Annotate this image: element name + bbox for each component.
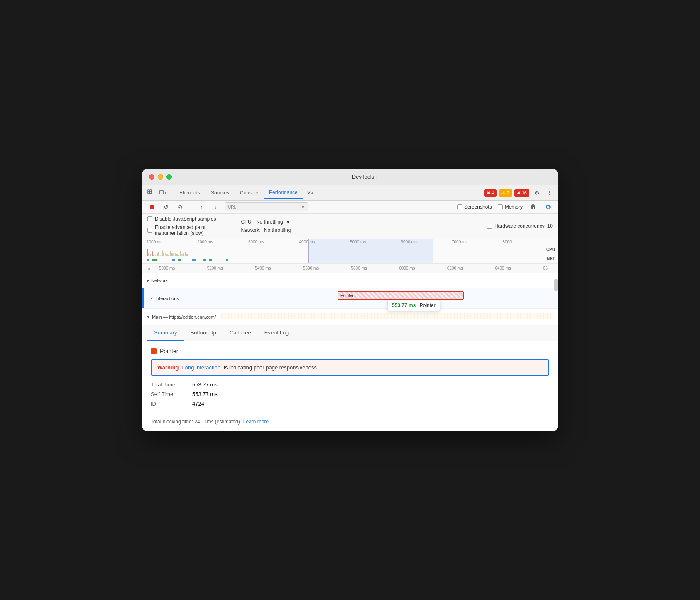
vertical-line-interactions (367, 288, 367, 308)
screenshots-label: Screenshots (464, 204, 492, 210)
learn-more-link[interactable]: Learn more (243, 419, 269, 425)
ruler-tick-5: 5800 ms (351, 266, 399, 270)
gear-button[interactable]: ⚙ (543, 202, 553, 211)
more-options-icon[interactable]: ⋮ (544, 188, 554, 198)
hw-concurrency-checkbox[interactable] (487, 224, 492, 229)
network-value: No throttling (264, 227, 291, 233)
timeline-minimap[interactable]: 1000 ms 2000 ms 3000 ms 4000 ms 5000 ms … (142, 239, 558, 264)
net-label: NET (547, 256, 555, 261)
separator (171, 189, 171, 197)
close-button[interactable] (149, 174, 154, 180)
svg-rect-1 (150, 190, 152, 192)
reload-button[interactable]: ↺ (162, 202, 171, 211)
responsive-icon[interactable] (157, 188, 167, 198)
interaction-tooltip: 553.77 ms Pointer (387, 300, 440, 311)
main-toolbar: Elements Sources Console Performance >> … (142, 185, 558, 201)
screenshots-toggle[interactable]: Screenshots (457, 204, 492, 210)
interaction-bar-label: Pointer (340, 293, 354, 298)
interactions-content: Pointer 553.77 ms Pointer (221, 288, 553, 308)
stat-row-2: ID 4724 (151, 401, 549, 407)
tab-call-tree[interactable]: Call Tree (223, 325, 258, 341)
timeline-ruler: ns 5000 ms 5200 ms 5400 ms 5600 ms 5800 … (142, 264, 558, 273)
interaction-bar[interactable]: Pointer (338, 291, 464, 300)
warning-link[interactable]: Long interaction (182, 364, 221, 371)
stat-value-2: 4724 (192, 401, 204, 407)
network-arrow[interactable]: ▶ (147, 278, 149, 283)
settings-icon[interactable]: ⚙ (532, 188, 542, 198)
enable-paint-checkbox[interactable] (147, 228, 152, 233)
svg-rect-2 (148, 192, 149, 194)
more-tabs-button[interactable]: >> (303, 188, 317, 198)
network-track[interactable]: ▶ Network (142, 273, 558, 288)
hw-concurrency-label: Hardware concurrency (494, 223, 545, 229)
memory-toggle[interactable]: Memory (498, 204, 523, 210)
ruler-tick-8: 6400 ms (495, 266, 543, 270)
nav-tabs: Elements Sources Console Performance >> (174, 187, 317, 199)
tooltip-ms: 553.77 ms (392, 302, 416, 308)
url-bar[interactable]: URL ▼ (225, 202, 308, 211)
tab-console[interactable]: Console (235, 187, 263, 198)
record-button[interactable]: ⏺ (147, 202, 157, 211)
summary-panel: Pointer Warning Long interaction is indi… (142, 341, 558, 431)
error-icon: ✖ (487, 190, 490, 196)
clear-button[interactable]: ⊘ (176, 202, 185, 211)
vertical-line-main (367, 309, 367, 325)
error-badge: ✖ 4 (484, 189, 497, 197)
delete-button[interactable]: 🗑 (529, 202, 538, 211)
download-button[interactable]: ↓ (211, 202, 220, 211)
interactions-arrow[interactable]: ▼ (150, 296, 154, 300)
ruler-tick-6: 6000 ms (399, 266, 447, 270)
error2-count: 16 (522, 190, 527, 195)
window-title: DevTools - (179, 174, 551, 180)
timeline-tracks: ▶ Network ▼ Interactions (142, 273, 558, 325)
memory-checkbox[interactable] (498, 204, 503, 209)
disable-js-label: Disable JavaScript samples (155, 216, 216, 222)
svg-rect-0 (148, 190, 149, 192)
footer-row: Total blocking time: 24.11ms (estimated)… (151, 416, 549, 425)
cursor-icon[interactable] (146, 188, 156, 198)
stats-table: Total Time 553.77 ms Self Time 553.77 ms… (151, 381, 549, 407)
main-track[interactable]: ▼ Main — https://edition.cnn.com/ (142, 309, 558, 325)
tab-sources[interactable]: Sources (206, 187, 234, 198)
main-label: Main — https://edition.cnn.com/ (152, 315, 216, 320)
selected-region[interactable] (308, 239, 433, 263)
vertical-line (367, 273, 367, 288)
warning-count: 2 (507, 190, 509, 195)
upload-button[interactable]: ↑ (197, 202, 206, 211)
network-label: Network (151, 278, 168, 283)
minimize-button[interactable] (158, 174, 163, 180)
main-arrow[interactable]: ▼ (147, 315, 150, 319)
tab-event-log[interactable]: Event Log (258, 325, 296, 341)
warning-icon: ⚠ (502, 190, 506, 196)
main-track-vis (221, 313, 553, 319)
ruler-tick-9: 66 (543, 266, 553, 270)
devtools-window: DevTools - Elements Sou (142, 169, 558, 431)
tab-elements[interactable]: Elements (174, 187, 205, 198)
interactions-label: Interactions (155, 296, 179, 301)
disable-js-checkbox[interactable] (147, 216, 152, 221)
titlebar: DevTools - (142, 169, 558, 185)
toolbar-right: ✖ 4 ⚠ 2 ✖ 16 ⚙ ⋮ (484, 188, 555, 198)
interactions-track[interactable]: ▼ Interactions Pointer 553.77 ms Pointer (142, 288, 558, 309)
warning-text: is indicating poor page responsiveness. (224, 364, 318, 371)
network-track-label: ▶ Network (147, 278, 221, 283)
interactions-track-label: ▼ Interactions (147, 296, 221, 301)
stat-label-2: ID (151, 401, 184, 407)
minimap-tick-1: 2000 ms (198, 240, 249, 244)
svg-rect-4 (159, 191, 164, 194)
tab-performance[interactable]: Performance (264, 187, 303, 199)
tab-bottom-up[interactable]: Bottom-Up (184, 325, 223, 341)
settings-left: Disable JavaScript samples Enable advanc… (147, 216, 216, 236)
stat-value-0: 553.77 ms (192, 381, 218, 388)
tab-summary[interactable]: Summary (147, 325, 184, 341)
devtools-main: Elements Sources Console Performance >> … (142, 185, 558, 431)
stat-value-1: 553.77 ms (192, 391, 218, 397)
minimap-tick-6: 7000 ms (452, 240, 503, 244)
cpu-dropdown-icon[interactable]: ▼ (286, 220, 290, 224)
cpu-throttle: CPU: No throttling ▼ (241, 219, 291, 225)
memory-label: Memory (505, 204, 523, 210)
timeline-scroll[interactable]: ns 5000 ms 5200 ms 5400 ms 5600 ms 5800 … (142, 264, 558, 325)
maximize-button[interactable] (166, 174, 172, 180)
warning-box: Warning Long interaction is indicating p… (151, 359, 549, 376)
screenshots-checkbox[interactable] (457, 204, 462, 209)
